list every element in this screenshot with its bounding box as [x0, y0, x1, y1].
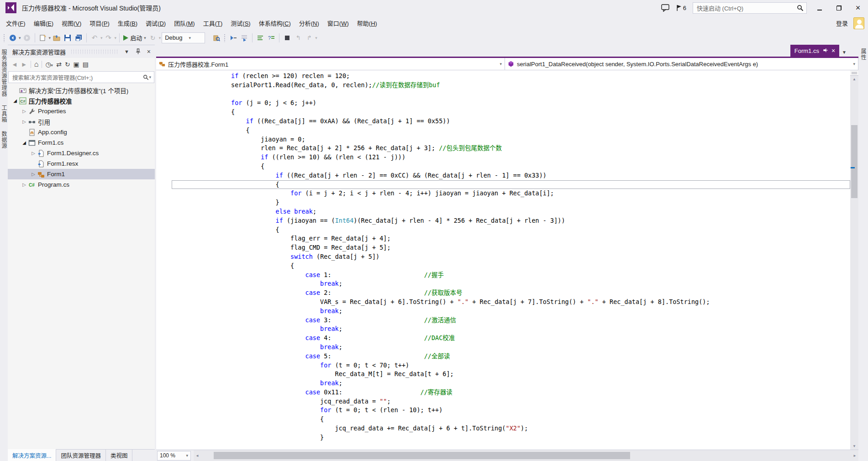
uncomment-button[interactable]: ? — [266, 32, 276, 43]
refresh-button[interactable]: ↻ — [148, 32, 158, 43]
solution-search-input[interactable]: 搜索解决方案资源管理器(Ctrl+;) ▾ — [8, 71, 154, 83]
stop-button[interactable] — [282, 32, 292, 43]
new-item-button[interactable] — [38, 32, 48, 43]
menu-item-9[interactable]: 体系结构(C) — [255, 16, 295, 30]
open-files-dropdown-icon[interactable]: ▼ — [839, 50, 849, 57]
find-in-files-button[interactable] — [211, 32, 221, 43]
panel-menu-caret-icon[interactable]: ▼ — [123, 49, 131, 54]
menu-item-8[interactable]: 测试(S) — [226, 16, 254, 30]
menu-item-2[interactable]: 视图(V) — [58, 16, 85, 30]
code-line-25[interactable]: case 2: //获取版本号 — [172, 288, 850, 298]
expander-closed-icon[interactable]: ▷ — [21, 119, 28, 124]
code-line-41[interactable]: } — [172, 433, 850, 442]
start-debug-button[interactable]: 启动 ▾ — [122, 32, 147, 43]
code-line-27[interactable]: break; — [172, 307, 850, 316]
code-line-34[interactable]: Rec_data_M[t] = Rec_data[t + 6]; — [172, 370, 850, 379]
horizontal-scrollbar[interactable]: ◄ ► — [194, 450, 858, 461]
code-line-40[interactable]: jcq_read_data += Rec_data[j + 6 + t].ToS… — [172, 424, 850, 433]
code-line-14[interactable]: for (i = j + 2; i < j + rlen - 4; i++) j… — [172, 189, 850, 198]
tree-item-Form1.cs[interactable]: ◢Form1.cs — [8, 137, 155, 148]
vertical-scrollbar[interactable]: ▲ ▼ — [850, 70, 858, 450]
show-next-statement-button[interactable] — [228, 32, 238, 43]
open-file-button[interactable] — [52, 32, 62, 43]
code-line-24[interactable]: break; — [172, 279, 850, 288]
expander-closed-icon[interactable]: ▷ — [21, 109, 28, 114]
save-all-button[interactable] — [74, 32, 84, 43]
code-line-17[interactable]: if (jiaoyan == (Int64)(Rec_data[j + rlen… — [172, 216, 850, 225]
expander-closed-icon[interactable]: ▷ — [21, 182, 28, 187]
explorer-back-icon[interactable]: ◄ — [11, 61, 18, 68]
members-dropdown[interactable]: serialPort1_DataReceived(object sender, … — [505, 58, 858, 70]
code-line-10[interactable]: if ((rlen >= 10) && (rlen < (121 - j))) — [172, 153, 850, 162]
horizontal-scroll-thumb[interactable] — [214, 452, 630, 459]
menu-item-12[interactable]: 帮助(H) — [353, 16, 381, 30]
solution-configuration-select[interactable]: Debug ▾ — [162, 32, 205, 43]
tree-item-App.config[interactable]: App.config — [8, 127, 155, 137]
restore-button[interactable] — [832, 4, 845, 12]
code-line-11[interactable]: { — [172, 162, 850, 171]
code-line-33[interactable]: for (t = 0; t < 70; t++) — [172, 361, 850, 370]
document-tab-form1cs[interactable]: Form1.cs × — [790, 45, 839, 57]
feedback-icon[interactable] — [661, 4, 670, 12]
explorer-forward-icon[interactable]: ► — [21, 61, 27, 68]
code-line-5[interactable]: { — [172, 108, 850, 117]
bookmark-next-button[interactable]: ↱ — [304, 32, 314, 43]
code-line-26[interactable]: VAR_s = Rec_data[j + 6].ToString() + "."… — [172, 298, 850, 307]
menu-item-3[interactable]: 项目(P) — [85, 16, 113, 30]
code-line-6[interactable]: if ((Rec_data[j] == 0xAA) && (Rec_data[j… — [172, 117, 850, 126]
tree-item-引用[interactable]: ▷引用 — [8, 116, 155, 127]
code-line-3[interactable] — [172, 90, 850, 99]
menu-item-11[interactable]: 窗口(W) — [323, 16, 353, 30]
refresh-dropdown[interactable]: ▾ — [159, 36, 161, 40]
expander-open-icon[interactable]: ◢ — [21, 140, 28, 145]
new-item-dropdown[interactable]: ▾ — [49, 36, 51, 40]
menu-item-4[interactable]: 生成(B) — [114, 16, 142, 30]
code-line-4[interactable]: for (j = 0; j < 6; j++) — [172, 99, 850, 108]
tree-item-Properties[interactable]: ▷Properties — [8, 106, 155, 116]
tree-item-Form1[interactable]: ▷Form1 — [8, 169, 155, 179]
bottom-tab-2[interactable]: 类视图 — [106, 449, 133, 461]
code-line-37[interactable]: jcq_read_data = ""; — [172, 397, 850, 406]
code-line-2[interactable]: serialPort1.Read(Rec_data, 0, reclen);//… — [172, 81, 850, 90]
collapse-all-icon[interactable]: ▣ — [74, 61, 79, 68]
code-line-22[interactable]: { — [172, 262, 850, 271]
scroll-right-icon[interactable]: ► — [851, 454, 858, 458]
code-line-7[interactable]: { — [172, 126, 850, 135]
code-line-29[interactable]: break; — [172, 325, 850, 334]
pending-changes-filter-icon[interactable]: ◷▾ — [45, 61, 53, 68]
code-line-18[interactable]: { — [172, 225, 850, 235]
expander-closed-icon[interactable]: ▷ — [30, 172, 37, 177]
bottom-tab-1[interactable]: 团队资源管理器 — [56, 449, 106, 461]
navigate-back-dropdown[interactable]: ▾ — [19, 36, 21, 40]
run-to-cursor-button[interactable] — [239, 32, 249, 43]
code-line-30[interactable]: case 4: //DAC校准 — [172, 334, 850, 343]
menu-item-1[interactable]: 编辑(E) — [30, 16, 58, 30]
code-line-20[interactable]: flag_CMD = Rec_data[j + 5]; — [172, 243, 850, 252]
undo-button[interactable]: ↶ — [89, 32, 100, 43]
bookmark-prev-button[interactable]: ↰ — [293, 32, 303, 43]
menu-item-0[interactable]: 文件(F) — [2, 16, 30, 30]
tree-item-解决方案“压力传感器校准”(1 个项目)[interactable]: 8解决方案“压力传感器校准”(1 个项目) — [8, 85, 155, 95]
code-line-32[interactable]: case 5: //全部读 — [172, 352, 850, 361]
code-line-23[interactable]: case 1: //握手 — [172, 271, 850, 280]
expander-open-icon[interactable]: ◢ — [11, 98, 19, 103]
zoom-select[interactable]: 100 % ▾ — [157, 451, 191, 461]
tree-item-Form1.Designer.cs[interactable]: ▷Form1.Designer.cs — [8, 148, 155, 158]
left-tab-1[interactable]: 工具箱 — [0, 105, 8, 123]
notifications-flag[interactable]: 6 — [676, 5, 686, 11]
close-button[interactable]: × — [852, 3, 864, 13]
tree-item-Form1.resx[interactable]: Form1.resx — [8, 158, 155, 169]
search-options-caret[interactable]: ▾ — [149, 75, 151, 79]
left-tab-2[interactable]: 数据源 — [0, 131, 8, 149]
types-dropdown[interactable]: 压力传感器校准.Form1 ▾ — [156, 58, 505, 70]
splitter-gripper[interactable] — [850, 70, 858, 76]
scroll-left-icon[interactable]: ◄ — [194, 454, 201, 458]
undo-dropdown[interactable]: ▾ — [100, 36, 103, 40]
menu-item-7[interactable]: 工具(T) — [199, 16, 227, 30]
sign-in-link[interactable]: 登录 — [836, 19, 848, 27]
code-line-28[interactable]: case 3: //激活通信 — [172, 316, 850, 325]
code-line-19[interactable]: flag_err = Rec_data[j + 4]; — [172, 234, 850, 243]
redo-dropdown[interactable]: ▾ — [115, 36, 117, 40]
menu-item-5[interactable]: 调试(D) — [142, 16, 170, 30]
menu-item-10[interactable]: 分析(N) — [295, 16, 323, 30]
